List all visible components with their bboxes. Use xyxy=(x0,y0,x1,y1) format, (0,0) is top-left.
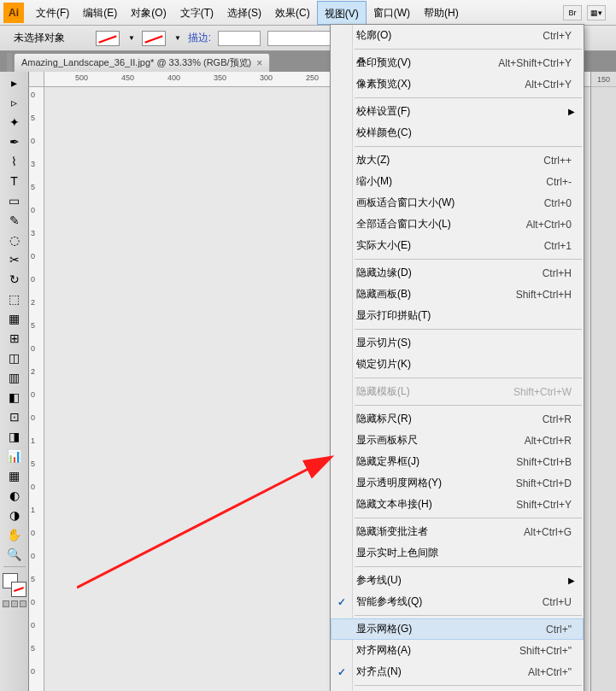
menu-item[interactable]: 实际大小(E)Ctrl+1 xyxy=(331,235,584,256)
screen-mode-buttons[interactable] xyxy=(3,600,26,607)
menu-item[interactable]: 轮廓(O)Ctrl+Y xyxy=(331,25,584,46)
menu-select[interactable]: 选择(S) xyxy=(220,1,268,25)
tool-perspective-grid[interactable]: ◫ xyxy=(3,348,26,367)
tool-free-transform[interactable]: ▦ xyxy=(3,309,26,328)
menu-effect[interactable]: 效果(C) xyxy=(268,1,317,25)
tool-type[interactable]: T xyxy=(3,172,26,190)
ruler-tick: 3 xyxy=(31,229,44,237)
menu-item[interactable]: 叠印预览(V)Alt+Shift+Ctrl+Y xyxy=(331,52,584,73)
menu-item[interactable]: 隐藏渐变批注者Alt+Ctrl+G xyxy=(331,521,584,542)
stroke-weight-input[interactable] xyxy=(218,31,261,46)
tool-pencil[interactable]: ✎ xyxy=(3,211,26,230)
ruler-tick: 2 xyxy=(31,298,44,307)
tool-mesh[interactable]: ▥ xyxy=(3,368,26,387)
document-tab[interactable]: Amazing_Landscape_36_II.jpg* @ 33.33% (R… xyxy=(14,53,270,72)
menu-item[interactable]: 显示实时上色间隙 xyxy=(331,542,584,564)
menu-item[interactable]: 对齐网格(A)Shift+Ctrl+" xyxy=(331,640,584,661)
tool-brush[interactable]: ◌ xyxy=(3,231,26,249)
tab-well-handle[interactable] xyxy=(7,53,12,72)
menu-window[interactable]: 窗口(W) xyxy=(367,1,417,25)
ruler-tick: 0 xyxy=(31,413,44,422)
menu-item[interactable]: 显示网格(G)Ctrl+" xyxy=(331,618,584,640)
menu-item[interactable]: 显示打印拼贴(T) xyxy=(331,305,584,326)
chevron-right-icon: ▶ xyxy=(568,576,575,585)
menu-bar-extras: Br ▦▾ xyxy=(563,5,613,20)
tool-pen[interactable]: ✒ xyxy=(3,132,26,151)
menu-item-shortcut: Alt+Shift+Ctrl+Y xyxy=(498,57,572,69)
menu-item[interactable]: 隐藏文本串接(H)Shift+Ctrl+Y xyxy=(331,494,584,515)
menu-item-shortcut: Shift+Ctrl+Y xyxy=(516,499,572,511)
menu-item-label: 显示透明度网格(Y) xyxy=(356,476,516,490)
ruler-vertical[interactable]: 05035030025020015010050050 xyxy=(29,87,44,691)
menu-object[interactable]: 对象(O) xyxy=(124,1,173,25)
menu-item[interactable]: 缩小(M)Ctrl+- xyxy=(331,171,584,192)
menu-item[interactable]: ✓智能参考线(Q)Ctrl+U xyxy=(331,591,584,612)
menu-item[interactable]: 参考线(U)▶ xyxy=(331,570,584,591)
stroke-swatch[interactable] xyxy=(142,31,166,46)
tool-eyedropper[interactable]: ⊡ xyxy=(3,407,26,426)
menu-item[interactable]: 隐藏边缘(D)Ctrl+H xyxy=(331,262,584,284)
toolbox-separator xyxy=(3,566,26,567)
menu-item[interactable]: 显示画板标尺Alt+Ctrl+R xyxy=(331,430,584,451)
tool-magic-wand[interactable]: ✦ xyxy=(3,113,26,132)
fill-stroke-control[interactable] xyxy=(3,573,26,597)
tool-blend[interactable]: ◨ xyxy=(3,427,26,446)
stroke-style-input[interactable] xyxy=(267,31,336,46)
tool-hand[interactable]: ✋ xyxy=(3,525,26,544)
arrange-docs-button[interactable]: ▦▾ xyxy=(587,5,606,20)
ruler-origin[interactable] xyxy=(29,72,44,87)
tool-gradient[interactable]: ◧ xyxy=(3,388,26,407)
tool-selection[interactable]: ▸ xyxy=(3,73,26,92)
menu-item[interactable]: 全部适合窗口大小(L)Alt+Ctrl+0 xyxy=(331,214,584,235)
tool-graph[interactable]: 📊 xyxy=(3,447,26,466)
menu-item[interactable]: 锁定切片(K) xyxy=(331,354,584,375)
chevron-down-icon[interactable]: ▼ xyxy=(128,34,135,42)
menu-item[interactable]: 校样颜色(C) xyxy=(331,122,584,143)
tool-width[interactable]: ⬚ xyxy=(3,290,26,308)
menu-item[interactable]: 隐藏画板(B)Shift+Ctrl+H xyxy=(331,284,584,305)
ruler-tick: 250 xyxy=(306,73,319,82)
menu-item[interactable]: 显示透明度网格(Y)Shift+Ctrl+D xyxy=(331,472,584,494)
menu-item-label: 隐藏画板(B) xyxy=(356,287,516,302)
close-icon[interactable]: × xyxy=(256,57,262,69)
menu-item-shortcut: Shift+Ctrl+H xyxy=(516,289,572,301)
bridge-button[interactable]: Br xyxy=(563,5,582,20)
menu-item[interactable]: 像素预览(X)Alt+Ctrl+Y xyxy=(331,73,584,95)
menu-item-label: 全部适合窗口大小(L) xyxy=(356,217,526,231)
menu-type[interactable]: 文字(T) xyxy=(173,1,220,25)
menu-edit[interactable]: 编辑(E) xyxy=(76,1,124,25)
tool-artboard[interactable]: ▦ xyxy=(3,466,26,485)
menu-item[interactable]: 隐藏定界框(J)Shift+Ctrl+B xyxy=(331,451,584,472)
tool-scissors[interactable]: ✂ xyxy=(3,250,26,269)
menu-item[interactable]: ✓对齐点(N)Alt+Ctrl+" xyxy=(331,661,584,682)
menu-help[interactable]: 帮助(H) xyxy=(417,1,466,25)
menu-item-label: 显示切片(S) xyxy=(356,336,572,350)
menu-item-label: 隐藏定界框(J) xyxy=(356,454,516,469)
menu-file[interactable]: 文件(F) xyxy=(29,1,76,25)
menu-item[interactable]: 隐藏标尺(R)Ctrl+R xyxy=(331,408,584,430)
tool-shape-builder[interactable]: ⊞ xyxy=(3,329,26,348)
menu-item-shortcut: Shift+Ctrl+W xyxy=(513,386,572,398)
menu-item-label: 缩小(M) xyxy=(356,174,546,189)
menu-item[interactable]: 显示切片(S) xyxy=(331,332,584,354)
menu-separator xyxy=(355,378,582,378)
tool-symbol-sprayer[interactable]: ◑ xyxy=(3,506,26,524)
menu-item-shortcut: Shift+Ctrl+" xyxy=(519,645,572,657)
tool-direct-selection[interactable]: ▹ xyxy=(3,93,26,112)
fill-swatch[interactable] xyxy=(96,31,120,46)
menu-item[interactable]: 校样设置(F)▶ xyxy=(331,101,584,122)
ruler-tick: 400 xyxy=(167,73,180,82)
tool-zoom[interactable]: 🔍 xyxy=(3,545,26,564)
stroke-color[interactable] xyxy=(11,582,26,597)
tool-line[interactable]: ⌇ xyxy=(3,152,26,171)
menu-item-shortcut: Ctrl+U xyxy=(543,596,572,608)
menu-item[interactable]: 放大(Z)Ctrl++ xyxy=(331,149,584,171)
tool-slice[interactable]: ◐ xyxy=(3,486,26,505)
ruler-tick: 5 xyxy=(31,575,44,583)
tool-rectangle[interactable]: ▭ xyxy=(3,191,26,210)
chevron-down-icon[interactable]: ▼ xyxy=(174,34,181,42)
menu-item[interactable]: 画板适合窗口大小(W)Ctrl+0 xyxy=(331,192,584,214)
tool-rotate[interactable]: ↻ xyxy=(3,270,26,289)
ruler-tick: 0 xyxy=(31,252,44,261)
menu-view[interactable]: 视图(V) xyxy=(317,1,367,25)
